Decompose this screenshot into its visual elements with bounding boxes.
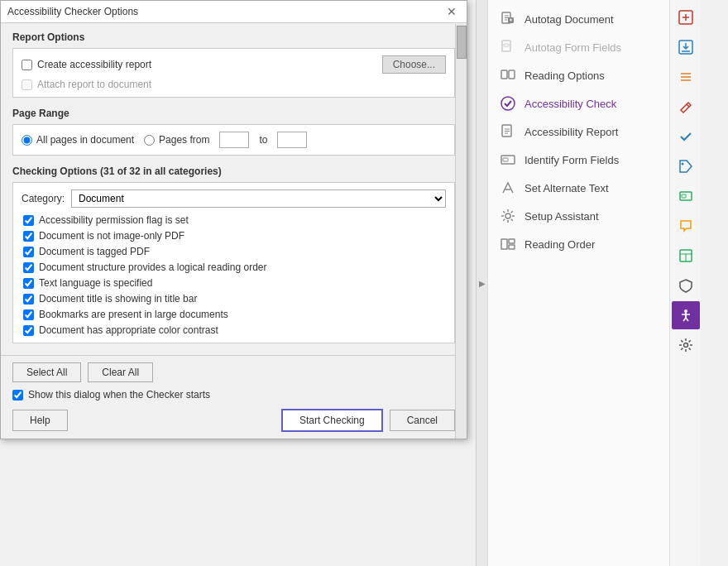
- all-pages-radio[interactable]: [22, 135, 32, 146]
- category-row: Category: Document Forms Alternate Text …: [22, 189, 446, 208]
- accessibility-checker-dialog: Accessibility Checker Options ✕ Report O…: [0, 0, 467, 439]
- create-report-text: Create accessibility report: [37, 59, 151, 70]
- show-dialog-text: Show this dialog when the Checker starts: [28, 389, 210, 401]
- reading-order-icon: [500, 236, 516, 252]
- strip-icon-edit[interactable]: [672, 93, 700, 121]
- create-report-row: Create accessibility report Choose...: [22, 55, 446, 74]
- sidebar-item-autotag-document[interactable]: Autotag Document: [488, 5, 669, 33]
- svg-line-33: [687, 104, 689, 107]
- svg-point-45: [683, 343, 687, 348]
- strip-icon-tag[interactable]: [672, 152, 700, 180]
- svg-rect-18: [503, 158, 508, 161]
- choose-button[interactable]: Choose...: [382, 55, 446, 74]
- sidebar-item-setup-assistant[interactable]: Setup Assistant: [488, 202, 669, 230]
- sidebar-item-label-reading-order: Reading Order: [524, 238, 595, 251]
- report-options-section: Report Options Create accessibility repo…: [12, 31, 455, 101]
- collapse-arrow[interactable]: ▶: [476, 0, 487, 566]
- cancel-button[interactable]: Cancel: [390, 410, 455, 431]
- sidebar-item-label-accessibility-report: Accessibility Report: [524, 126, 618, 138]
- strip-icon-menu[interactable]: [672, 63, 700, 91]
- checkbox-list: Accessibility permission flag is set Doc…: [22, 214, 446, 336]
- checking-options-section: Checking Options (31 of 32 in all catego…: [12, 165, 455, 347]
- to-label: to: [259, 134, 267, 146]
- report-options-box: Create accessibility report Choose... At…: [12, 48, 455, 98]
- icon-strip: [669, 0, 701, 566]
- page-range-box: All pages in document Pages from 1 to 1: [12, 124, 455, 156]
- svg-rect-10: [509, 70, 515, 79]
- strip-icon-accessibility[interactable]: [672, 301, 700, 329]
- setup-assistant-icon: [500, 208, 516, 224]
- check-item-6[interactable]: Bookmarks are present in large documents: [23, 309, 446, 320]
- svg-point-20: [505, 213, 510, 218]
- start-checking-button[interactable]: Start Checking: [281, 409, 383, 432]
- identify-form-fields-icon: [500, 151, 516, 168]
- check-item-2[interactable]: Document is tagged PDF: [23, 246, 446, 257]
- sidebar-item-label-autotag-form-fields: Autotag Form Fields: [524, 41, 621, 54]
- check-item-0[interactable]: Accessibility permission flag is set: [23, 214, 446, 226]
- clear-all-button[interactable]: Clear All: [88, 362, 153, 382]
- sidebar-item-reading-order[interactable]: Reading Order: [488, 230, 669, 258]
- chevron-right-icon: ▶: [479, 279, 486, 288]
- check-item-1[interactable]: Document is not image-only PDF: [23, 230, 446, 242]
- check-item-5[interactable]: Document title is showing in title bar: [23, 293, 446, 305]
- attach-report-checkbox: [22, 79, 32, 90]
- create-report-checkbox-label[interactable]: Create accessibility report: [22, 59, 151, 70]
- check-item-7[interactable]: Document has appropriate color contrast: [23, 324, 446, 336]
- pages-from-radio[interactable]: [144, 135, 155, 146]
- category-label: Category:: [22, 193, 65, 204]
- all-pages-radio-label[interactable]: All pages in document: [22, 134, 134, 146]
- accessibility-report-icon: [500, 123, 516, 140]
- sidebar-item-set-alternate-text[interactable]: Set Alternate Text: [488, 174, 669, 202]
- sidebar-item-reading-options[interactable]: Reading Options: [488, 61, 669, 89]
- check-item-3[interactable]: Document structure provides a logical re…: [23, 261, 446, 273]
- select-clear-row: Select All Clear All: [12, 362, 455, 382]
- strip-icon-add[interactable]: [672, 3, 700, 31]
- svg-point-12: [501, 97, 515, 110]
- strip-icon-shield[interactable]: [672, 271, 700, 300]
- show-dialog-row: Show this dialog when the Checker starts: [12, 389, 455, 401]
- create-report-checkbox[interactable]: [22, 60, 32, 70]
- svg-rect-36: [682, 194, 686, 198]
- category-select[interactable]: Document Forms Alternate Text Tables Lis…: [71, 189, 446, 208]
- strip-icon-check-tool[interactable]: [672, 122, 700, 151]
- page-range-section: Page Range All pages in document Pages f…: [12, 108, 455, 159]
- pages-from-radio-label[interactable]: Pages from: [144, 134, 209, 146]
- pages-from-text: Pages from: [159, 134, 209, 146]
- sidebar-main: Autotag Document Autotag Form Fields Rea…: [487, 0, 669, 566]
- sidebar-item-accessibility-report[interactable]: Accessibility Report: [488, 118, 669, 146]
- autotag-form-fields-icon: [500, 39, 516, 55]
- svg-rect-23: [509, 245, 515, 249]
- svg-line-44: [686, 318, 688, 321]
- svg-point-34: [681, 163, 683, 165]
- strip-icon-form[interactable]: [672, 182, 700, 210]
- svg-rect-8: [504, 44, 509, 46]
- scrollbar-track[interactable]: [455, 24, 467, 439]
- sidebar-item-label-identify-form-fields: Identify Form Fields: [524, 154, 619, 166]
- sidebar-item-identify-form-fields[interactable]: Identify Form Fields: [488, 146, 669, 174]
- strip-icon-table[interactable]: [672, 242, 700, 270]
- sidebar-item-accessibility-check[interactable]: Accessibility Check: [488, 89, 669, 118]
- show-dialog-checkbox[interactable]: [12, 390, 23, 401]
- strip-icon-speech[interactable]: [672, 212, 700, 240]
- show-dialog-checkbox-label[interactable]: Show this dialog when the Checker starts: [12, 389, 210, 401]
- scrollbar-thumb[interactable]: [457, 26, 467, 59]
- sidebar-item-autotag-form-fields: Autotag Form Fields: [488, 33, 669, 61]
- check-item-4[interactable]: Text language is specified: [23, 277, 446, 289]
- accessibility-check-icon: [500, 95, 516, 112]
- attach-report-checkbox-label: Attach report to document: [22, 79, 446, 90]
- page-to-input[interactable]: 1: [277, 132, 307, 148]
- reading-options-icon: [500, 67, 516, 84]
- sidebar-item-label-autotag-document: Autotag Document: [524, 13, 614, 26]
- help-button[interactable]: Help: [12, 410, 68, 431]
- attach-report-text: Attach report to document: [37, 79, 151, 90]
- close-button[interactable]: ✕: [443, 6, 460, 17]
- svg-rect-21: [501, 239, 507, 249]
- page-from-input[interactable]: 1: [219, 132, 249, 148]
- dialog-body: Report Options Create accessibility repo…: [1, 23, 467, 355]
- strip-icon-settings[interactable]: [672, 331, 700, 359]
- page-range-row: All pages in document Pages from 1 to 1: [22, 132, 446, 148]
- all-pages-text: All pages in document: [36, 134, 134, 146]
- select-all-button[interactable]: Select All: [12, 362, 81, 382]
- strip-icon-export[interactable]: [672, 33, 700, 61]
- page-range-label: Page Range: [12, 108, 455, 119]
